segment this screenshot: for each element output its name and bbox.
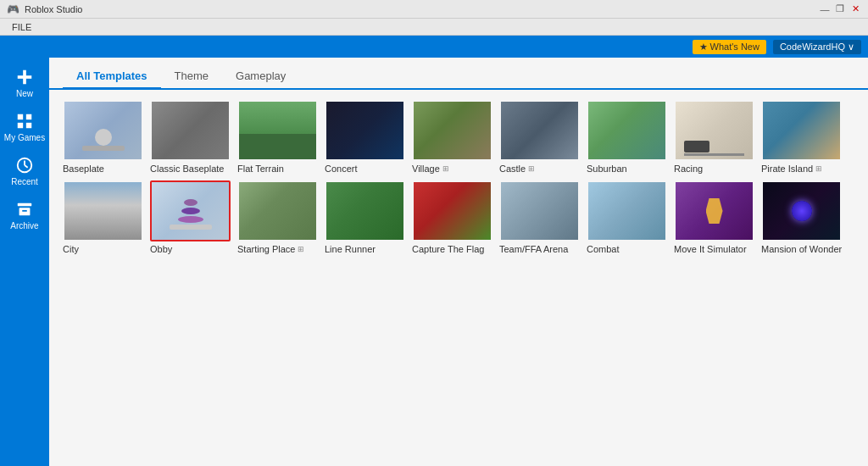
template-card-baseplate[interactable]: Baseplate [63, 100, 143, 174]
app-title: Roblox Studio [25, 4, 83, 14]
template-image-castle [501, 102, 578, 159]
template-card-village[interactable]: Village⊞ [412, 100, 492, 174]
menubar: FILE [0, 19, 868, 36]
sidebar-new-label: New [16, 89, 33, 98]
template-card-racing[interactable]: Racing [674, 100, 754, 174]
template-name-capture-flag: Capture The Flag [412, 244, 492, 254]
tab-theme[interactable]: Theme [161, 64, 222, 90]
templates-grid: BaseplateClassic BaseplateFlat TerrainCo… [63, 100, 854, 254]
template-card-city[interactable]: City [63, 180, 143, 254]
headerbar: ★ What's New CodeWizardHQ ∨ [0, 36, 868, 58]
template-thumb-baseplate [63, 100, 143, 161]
template-name-mansion: Mansion of Wonder [761, 244, 842, 254]
template-card-obby[interactable]: Obby [150, 180, 231, 254]
sidebar-my-games-label: My Games [4, 133, 45, 142]
template-name-team-ffa: Team/FFA Arena [499, 244, 580, 254]
template-thumb-city [63, 180, 143, 241]
template-thumb-combat [587, 180, 667, 241]
template-thumb-suburban [587, 100, 667, 161]
templates-area: BaseplateClassic BaseplateFlat TerrainCo… [49, 90, 868, 466]
titlebar-controls[interactable]: — ❐ ✕ [819, 3, 861, 15]
template-thumb-classic-baseplate [150, 100, 231, 161]
whats-new-button[interactable]: ★ What's New [693, 40, 766, 54]
svg-rect-1 [18, 75, 32, 79]
template-thumb-castle [499, 100, 580, 161]
template-thumb-flat-terrain [237, 100, 318, 161]
svg-rect-11 [22, 210, 27, 212]
template-image-capture-flag [414, 182, 491, 240]
main-layout: New My Games Recent [0, 58, 868, 466]
template-card-mansion[interactable]: Mansion of Wonder [761, 180, 842, 254]
template-globe-icon: ⊞ [815, 164, 822, 173]
sidebar-item-my-games[interactable]: My Games [3, 107, 46, 147]
template-card-capture-flag[interactable]: Capture The Flag [412, 180, 492, 254]
maximize-button[interactable]: ❐ [834, 3, 846, 15]
sidebar-recent-label: Recent [11, 177, 38, 186]
template-globe-icon: ⊞ [528, 164, 535, 173]
template-name-starting-place: Starting Place⊞ [237, 244, 318, 254]
template-image-flat-terrain [239, 102, 316, 159]
sidebar-archive-label: Archive [10, 221, 38, 230]
file-menu[interactable]: FILE [5, 20, 38, 34]
sidebar-item-new[interactable]: New [3, 63, 46, 103]
grid-icon [15, 112, 34, 130]
template-thumb-concert [325, 100, 405, 161]
close-button[interactable]: ✕ [849, 3, 861, 15]
template-image-line-runner [326, 182, 403, 240]
sidebar-item-recent[interactable]: Recent [3, 151, 46, 191]
template-card-classic-baseplate[interactable]: Classic Baseplate [150, 100, 231, 174]
template-name-flat-terrain: Flat Terrain [237, 164, 318, 174]
template-image-village [414, 102, 491, 159]
template-name-concert: Concert [325, 164, 405, 174]
template-thumb-starting-place [237, 180, 318, 241]
template-card-flat-terrain[interactable]: Flat Terrain [237, 100, 318, 174]
template-name-pirate-island: Pirate Island⊞ [761, 164, 842, 174]
tabs-bar: All Templates Theme Gameplay [49, 58, 868, 90]
app-icon: 🎮 [7, 3, 19, 15]
svg-line-8 [25, 165, 28, 168]
template-thumb-line-runner [325, 180, 405, 241]
template-image-starting-place [239, 182, 316, 240]
template-card-team-ffa[interactable]: Team/FFA Arena [499, 180, 580, 254]
svg-rect-9 [18, 203, 32, 207]
template-card-line-runner[interactable]: Line Runner [325, 180, 405, 254]
template-image-combat [588, 182, 665, 240]
template-card-move-it[interactable]: Move It Simulator [674, 180, 754, 254]
template-image-team-ffa [501, 182, 578, 240]
svg-rect-4 [18, 123, 23, 128]
template-card-concert[interactable]: Concert [325, 100, 405, 174]
template-image-racing [676, 102, 753, 159]
tab-gameplay[interactable]: Gameplay [222, 64, 299, 90]
template-name-city: City [63, 244, 143, 254]
tab-all-templates[interactable]: All Templates [63, 64, 161, 90]
titlebar-left: 🎮 Roblox Studio [7, 3, 83, 15]
svg-rect-3 [26, 114, 31, 119]
template-thumb-capture-flag [412, 180, 492, 241]
titlebar: 🎮 Roblox Studio — ❐ ✕ [0, 0, 868, 19]
template-card-castle[interactable]: Castle⊞ [499, 100, 580, 174]
template-image-suburban [588, 102, 665, 159]
template-card-suburban[interactable]: Suburban [587, 100, 667, 174]
minimize-button[interactable]: — [819, 3, 831, 15]
template-image-baseplate [64, 102, 142, 159]
user-account-button[interactable]: CodeWizardHQ ∨ [773, 40, 861, 54]
template-image-city [64, 182, 142, 240]
sidebar-item-archive[interactable]: Archive [3, 195, 46, 236]
template-image-mansion [763, 182, 840, 240]
template-name-obby: Obby [150, 244, 231, 254]
template-name-castle: Castle⊞ [499, 164, 580, 174]
template-image-concert [326, 102, 403, 159]
template-thumb-pirate-island [761, 100, 842, 161]
archive-icon [15, 200, 34, 219]
template-image-obby [152, 182, 229, 240]
template-card-starting-place[interactable]: Starting Place⊞ [237, 180, 318, 254]
template-card-pirate-island[interactable]: Pirate Island⊞ [761, 100, 842, 174]
content-area: All Templates Theme Gameplay BaseplateCl… [49, 58, 868, 466]
template-card-combat[interactable]: Combat [587, 180, 667, 254]
sidebar: New My Games Recent [0, 58, 49, 466]
template-name-combat: Combat [587, 244, 667, 254]
template-thumb-mansion [761, 180, 842, 241]
template-name-suburban: Suburban [587, 164, 667, 174]
template-image-move-it [676, 182, 753, 240]
svg-rect-5 [26, 123, 31, 128]
